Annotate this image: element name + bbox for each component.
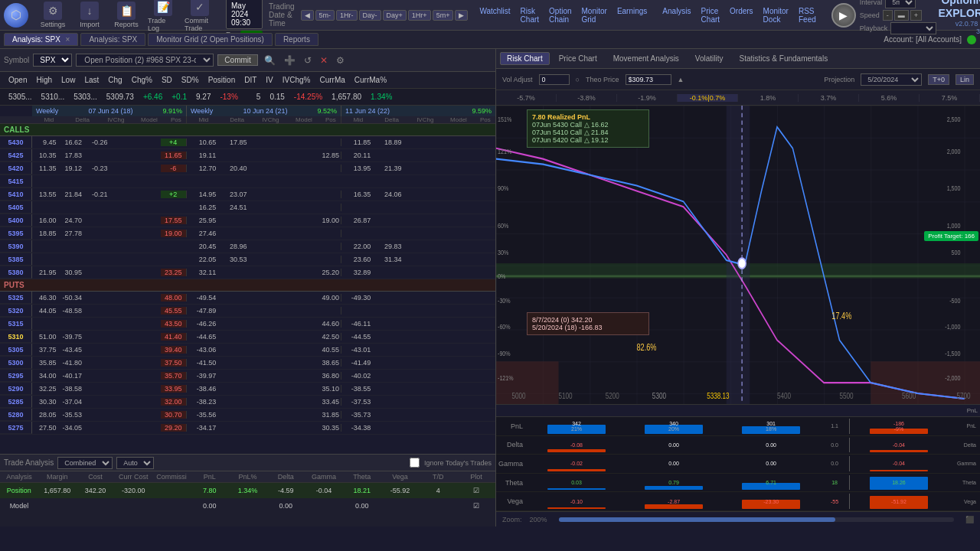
speed-minus[interactable]: - — [883, 10, 893, 21]
monitor-grid-menu[interactable]: Monitor Grid — [578, 5, 611, 25]
tab-reports[interactable]: Reports — [275, 33, 318, 46]
ta-pos-theta: 18.21 — [343, 487, 381, 494]
opt-cell: -44.65 — [187, 333, 217, 341]
proj-date-select[interactable]: 5/20/2024 — [861, 73, 922, 86]
close-icon-btn[interactable]: ✕ — [318, 54, 330, 67]
tab-volatility[interactable]: Volatility — [688, 52, 730, 65]
last-value: 5309.73 — [102, 93, 139, 101]
play-button[interactable]: ▶ — [831, 3, 856, 28]
delta-bar-1: -0.08 — [528, 438, 625, 453]
nav-5m-minus[interactable]: 5m- — [315, 10, 335, 21]
analysis-menu[interactable]: Analysis — [658, 5, 694, 25]
theo-price-input[interactable] — [626, 74, 671, 85]
opt-cell — [434, 372, 465, 380]
strike-value: 5395 — [0, 227, 32, 240]
settings-button[interactable]: ⚙ Settings — [38, 2, 68, 28]
tab-movement-analysis[interactable]: Movement Analysis — [606, 52, 686, 65]
reports-button[interactable]: 📋 Reports — [111, 2, 142, 28]
opt-cell — [248, 191, 279, 198]
ta-col-commissi: Commissi — [152, 471, 191, 482]
nav-1hr-minus[interactable]: 1Hr- — [336, 10, 358, 21]
watchlist-menu[interactable]: Watchlist — [475, 5, 514, 25]
week3-pct: 9.59% — [472, 107, 492, 115]
add-icon-btn[interactable]: ➕ — [282, 54, 298, 67]
svg-text:2,000: 2,000 — [947, 147, 961, 155]
left-panel: Symbol SPX Open Position (2) #968 SPX 23… — [0, 49, 496, 527]
opt-cell — [372, 411, 403, 419]
refresh-icon-btn[interactable]: ↺ — [302, 54, 314, 67]
vol-adjust-input[interactable] — [539, 74, 570, 85]
import-button[interactable]: ↓ Import — [74, 2, 105, 28]
opt-cell: 32.89 — [341, 269, 372, 276]
theta-label: Theta — [496, 479, 527, 487]
orders-menu[interactable]: Orders — [726, 5, 757, 25]
commit-trade-button[interactable]: ✓ Commit Trade — [185, 0, 215, 32]
nav-back-btn[interactable]: ◀ — [301, 10, 314, 21]
opt-cell — [248, 165, 279, 172]
grid-h-8: 7.5% — [920, 94, 980, 102]
svg-text:5500: 5500 — [840, 391, 854, 401]
ta-auto-select[interactable]: Auto — [116, 457, 154, 469]
t0-btn[interactable]: T+0 — [928, 74, 949, 85]
vega-bar-3: -23.30 — [723, 494, 819, 509]
tab-risk-chart[interactable]: Risk Chart — [500, 52, 550, 65]
monitor-dock-menu[interactable]: Monitor Dock — [760, 5, 792, 25]
tab-close-1[interactable]: × — [66, 35, 70, 44]
opt-cell — [403, 424, 433, 432]
ta-type-select[interactable]: Combined — [57, 457, 113, 469]
w3-cells: -34.38 — [341, 424, 495, 432]
theta-divider: 18 — [820, 475, 850, 491]
trade-log-button[interactable]: 📝 Trade Log — [148, 0, 178, 32]
gamma-right: Gamma — [948, 461, 978, 466]
opt-cell — [434, 385, 465, 393]
nav-day-plus[interactable]: Day+ — [383, 10, 407, 21]
w2-mid-header: Mid — [187, 116, 220, 123]
tab-analysis-spx-2[interactable]: Analysis: SPX — [80, 33, 145, 46]
opt-cell: 30.53 — [217, 256, 248, 263]
datetime-display[interactable]: Mon 20 May 2024 09:30 — [226, 0, 263, 29]
opt-cell — [465, 398, 495, 406]
zoom-max-icon[interactable]: ⬛ — [965, 516, 974, 523]
open-position-select[interactable]: Open Position (2) #968 SPX 23-day Ratio … — [76, 54, 214, 67]
account-info: Account: [All Accounts] — [884, 35, 962, 44]
interval-select[interactable]: 5m — [885, 0, 916, 8]
speed-plus[interactable]: + — [910, 10, 922, 21]
strike-value: 5430 — [0, 136, 32, 148]
tab-price-chart[interactable]: Price Chart — [552, 52, 604, 65]
earnings-menu[interactable]: Earnings — [613, 5, 651, 25]
tab-monitor-grid[interactable]: Monitor Grid (2 Open Positions) — [148, 33, 273, 46]
strike-value: 5380 — [0, 266, 32, 279]
zoom-value: 200% — [530, 516, 547, 523]
speed-mid[interactable]: ▬ — [894, 10, 909, 21]
opt-cell — [135, 165, 161, 172]
ignore-today-checkbox[interactable] — [410, 458, 420, 468]
settings-icon-btn[interactable]: ⚙ — [334, 54, 347, 67]
nav-day-minus[interactable]: Day- — [359, 10, 381, 21]
option-chain-menu[interactable]: Option Chain — [545, 5, 575, 25]
nav-5m-plus[interactable]: 5m+ — [433, 10, 454, 21]
lin-btn[interactable]: Lin — [956, 74, 974, 85]
commit-button[interactable]: Commit — [217, 54, 257, 66]
pnl-bar-2: 34020% — [626, 419, 722, 434]
price-chart-menu[interactable]: Price Chart — [697, 5, 724, 25]
nav-1hr-plus[interactable]: 1Hr+ — [408, 10, 431, 21]
nav-fwd-btn[interactable]: ▶ — [455, 10, 468, 21]
tab-analysis-spx-1[interactable]: Analysis: SPX × — [4, 33, 78, 46]
delta-row: Delta -0.08 0.00 0.00 0.0 -0.0 — [496, 436, 980, 455]
svg-text:-1,500: -1,500 — [945, 349, 960, 357]
ta-mod-theta: 0.00 — [343, 502, 381, 510]
rss-feed-menu[interactable]: RSS Feed — [795, 5, 820, 25]
opt-cell — [434, 152, 465, 159]
tab-statistics[interactable]: Statistics & Fundamentals — [733, 52, 835, 65]
playback-select[interactable] — [890, 22, 936, 34]
risk-chart-menu[interactable]: Risk Chart — [517, 5, 543, 25]
vega-bars: -0.10 -2.87 -23.30 -55 -51.92 — [527, 492, 980, 510]
search-icon-btn[interactable]: 🔍 — [262, 54, 278, 67]
zoom-slider-track[interactable] — [559, 517, 954, 522]
opt-cell: -47.89 — [187, 307, 217, 315]
opt-cell: 27.50 — [32, 424, 58, 432]
symbol-select[interactable]: SPX — [33, 54, 72, 67]
ta-pos-pnlpct: 1.34% — [229, 487, 267, 494]
ta-col-theta: Theta — [343, 471, 381, 482]
ignore-today-label: Ignore Today's Trades — [410, 458, 492, 468]
